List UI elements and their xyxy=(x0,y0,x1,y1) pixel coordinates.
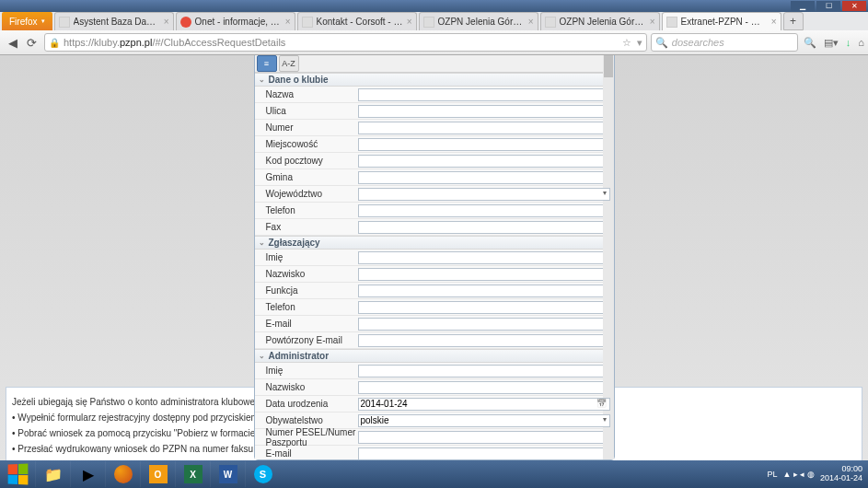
field-label: Powtórzony E-mail xyxy=(255,335,358,345)
tray-clock[interactable]: 09:00 2014-01-24 xyxy=(820,465,862,483)
field-input-zgl-3[interactable] xyxy=(358,301,610,314)
bookmark-star-icon[interactable]: ☆ xyxy=(622,37,631,49)
field-input-zgl-4[interactable] xyxy=(358,318,610,331)
tab-close-icon[interactable]: × xyxy=(407,17,412,27)
browser-tab-0[interactable]: Asystent Baza Danych - progra…× xyxy=(54,12,174,30)
window-minimize[interactable]: ▁ xyxy=(791,1,815,11)
taskbar-explorer[interactable]: 📁 xyxy=(35,461,70,487)
field-input-klub-6[interactable] xyxy=(358,188,610,201)
field-label: Nazwisko xyxy=(255,269,358,279)
start-button[interactable] xyxy=(0,460,35,488)
tab-close-icon[interactable]: × xyxy=(285,17,291,27)
field-label: Telefon xyxy=(255,205,358,215)
field-label: Gmina xyxy=(255,172,358,182)
field-input-zgl-1[interactable] xyxy=(358,268,610,281)
field-input-zgl-0[interactable] xyxy=(358,251,610,264)
search-bar[interactable]: 🔍 dosearches xyxy=(651,33,798,52)
taskbar-word[interactable]: W xyxy=(210,461,245,487)
bookmarks-menu-icon[interactable]: ▤▾ xyxy=(824,37,839,49)
field-input-klub-8[interactable] xyxy=(358,221,610,234)
browser-tab-4[interactable]: OZPN Jelenia Góra | Związej Pi…× xyxy=(540,12,660,30)
field-label: Imię xyxy=(255,366,358,376)
favicon-icon xyxy=(666,17,677,28)
form-row: Imię xyxy=(255,363,614,379)
field-label: Województwo xyxy=(255,189,358,199)
new-tab-button[interactable]: + xyxy=(783,12,804,30)
browser-tab-2[interactable]: Kontakt - Corsoft - Dla Ciebie i…× xyxy=(297,12,417,30)
tab-label: Extranet-PZPN - Wniosek o na… xyxy=(681,17,768,27)
chevron-down-icon: ▾ xyxy=(41,17,45,25)
form-row: Nazwa xyxy=(255,87,614,103)
favicon-icon xyxy=(545,17,556,28)
field-input-admin-1[interactable] xyxy=(358,381,610,394)
form-row: E-mail xyxy=(255,446,614,459)
field-label: Nazwisko xyxy=(255,382,358,392)
url-bar[interactable]: 🔒 https://kluby.pzpn.pl/#/ClubAccessRequ… xyxy=(44,33,647,52)
tab-close-icon[interactable]: × xyxy=(164,17,169,27)
form-row: Województwo xyxy=(255,186,614,203)
browser-tab-1[interactable]: Onet - informacje, rozrywka, e…× xyxy=(176,12,295,30)
caret-down-icon: ⌄ xyxy=(259,352,265,360)
field-label: Imię xyxy=(255,252,358,262)
firefox-menu-button[interactable]: Firefox ▾ xyxy=(2,12,52,30)
tab-label: Kontakt - Corsoft - Dla Ciebie i… xyxy=(317,17,403,27)
form-row: Powtórzony E-mail xyxy=(255,332,614,349)
section-header-admin[interactable]: ⌄Administrator xyxy=(255,349,614,363)
field-label: E-mail xyxy=(255,319,358,329)
tab-label: Asystent Baza Danych - progra… xyxy=(74,17,160,27)
nav-back-button[interactable]: ◀ xyxy=(4,33,22,52)
field-label: Funkcja xyxy=(255,285,358,296)
field-label: Nazwa xyxy=(255,89,358,99)
url-dropdown-icon[interactable]: ▾ xyxy=(637,37,642,49)
taskbar: 📁 ▶ O X W S PL ▲ ▸ ◂ ◍ 09:00 2014-01-24 xyxy=(0,460,868,488)
field-label: Telefon xyxy=(255,302,358,312)
field-input-zgl-5[interactable] xyxy=(358,334,610,347)
field-input-zgl-2[interactable] xyxy=(358,285,610,297)
field-input-klub-0[interactable] xyxy=(358,88,610,101)
tray-lang[interactable]: PL xyxy=(768,470,778,479)
favicon-icon xyxy=(302,17,313,28)
field-input-klub-2[interactable] xyxy=(358,122,610,134)
tab-close-icon[interactable]: × xyxy=(528,17,534,27)
field-input-klub-7[interactable] xyxy=(358,204,610,217)
tab-close-icon[interactable]: × xyxy=(771,17,777,27)
section-header-klub[interactable]: ⌄Dane o klubie xyxy=(255,73,614,87)
field-label: Kod pocztowy xyxy=(255,156,358,166)
field-input-klub-3[interactable] xyxy=(358,138,610,151)
caret-down-icon: ⌄ xyxy=(259,76,265,84)
browser-tab-5[interactable]: Extranet-PZPN - Wniosek o na…× xyxy=(662,12,781,30)
section-header-zgl[interactable]: ⌄Zgłaszający xyxy=(255,236,614,250)
window-maximize[interactable]: ☐ xyxy=(816,1,840,11)
field-label: Numer xyxy=(255,122,358,133)
tab-label: OZPN Jelenia Góra - Admin UTF xyxy=(438,17,525,27)
field-input-admin-5[interactable] xyxy=(358,447,610,460)
field-input-klub-1[interactable] xyxy=(358,105,610,118)
taskbar-skype[interactable]: S xyxy=(245,461,280,487)
nav-reload-button[interactable]: ⟳ xyxy=(22,33,41,52)
form-row: Ulica xyxy=(255,103,614,120)
taskbar-media[interactable]: ▶ xyxy=(70,461,105,487)
sort-az-button[interactable]: A-Z xyxy=(279,55,299,72)
view-list-button[interactable]: ≡ xyxy=(257,55,277,72)
field-input-admin-2[interactable] xyxy=(358,398,610,411)
browser-tab-3[interactable]: OZPN Jelenia Góra - Admin UTF× xyxy=(419,12,538,30)
favicon-icon xyxy=(180,17,191,28)
field-input-admin-3[interactable] xyxy=(358,414,610,427)
taskbar-firefox[interactable] xyxy=(105,461,140,487)
field-input-admin-4[interactable] xyxy=(358,431,610,444)
taskbar-outlook[interactable]: O xyxy=(140,461,175,487)
taskbar-excel[interactable]: X xyxy=(175,461,210,487)
field-input-admin-0[interactable] xyxy=(358,365,610,378)
form-row: E-mail xyxy=(255,316,614,332)
form-body[interactable]: ⌄Dane o klubieNazwaUlicaNumerMiejscowość… xyxy=(255,73,614,459)
form-row: Data urodzenia xyxy=(255,396,614,412)
search-go-icon[interactable]: 🔍 xyxy=(804,37,816,49)
tab-close-icon[interactable]: × xyxy=(650,17,655,27)
form-row: Gmina xyxy=(255,169,614,186)
downloads-icon[interactable]: ↓ xyxy=(846,37,851,48)
field-input-klub-5[interactable] xyxy=(358,171,610,184)
field-input-klub-4[interactable] xyxy=(358,155,610,168)
tray-icons[interactable]: ▲ ▸ ◂ ◍ xyxy=(783,470,815,479)
home-icon[interactable]: ⌂ xyxy=(858,37,864,48)
window-close[interactable]: ✕ xyxy=(842,1,866,11)
